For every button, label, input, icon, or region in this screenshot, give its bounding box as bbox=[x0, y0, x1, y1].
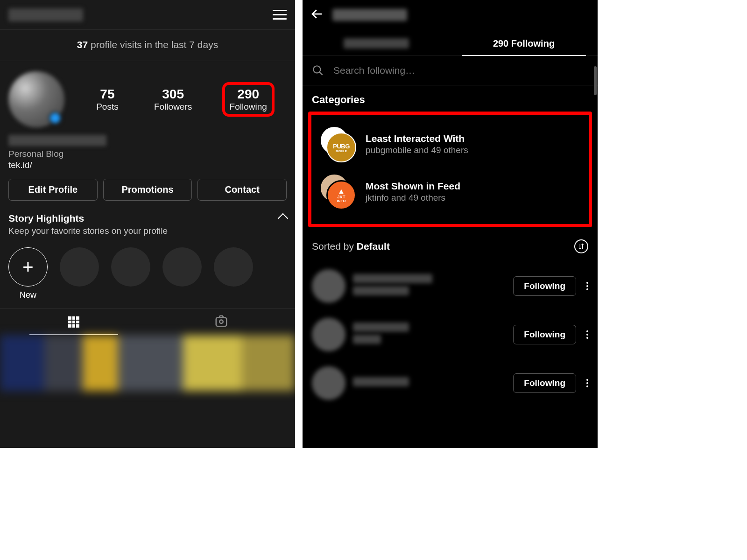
svg-point-2 bbox=[313, 66, 320, 73]
chevron-up-icon bbox=[278, 213, 289, 224]
sort-prefix: Sorted by bbox=[312, 241, 357, 252]
highlight-placeholder bbox=[60, 247, 99, 287]
follower-avatar bbox=[312, 366, 345, 400]
feed-preview bbox=[0, 335, 295, 391]
profile-feed-tabs bbox=[0, 308, 295, 335]
sort-row[interactable]: Sorted by Default bbox=[303, 227, 598, 260]
category-avatar-stack: PUBG MOBILE bbox=[320, 126, 356, 162]
highlight-placeholder bbox=[111, 247, 150, 287]
jktinfo-icon: ▲ JKT INFO bbox=[326, 180, 356, 210]
following-button[interactable]: Following bbox=[513, 276, 576, 296]
stat-posts-label: Posts bbox=[96, 102, 119, 112]
follower-name bbox=[353, 274, 506, 298]
following-button[interactable]: Following bbox=[513, 373, 576, 393]
story-highlights-subtitle: Keep your favorite stories on your profi… bbox=[8, 226, 287, 236]
edit-profile-button[interactable]: Edit Profile bbox=[8, 179, 98, 201]
scrollbar[interactable] bbox=[594, 66, 597, 95]
following-row[interactable]: Following bbox=[310, 310, 590, 359]
profile-header-row: 75 Posts 305 Followers 290 Following bbox=[0, 61, 295, 132]
tab-grid[interactable] bbox=[0, 309, 148, 335]
svg-rect-0 bbox=[216, 318, 227, 327]
profile-visits-banner[interactable]: 37 profile visits in the last 7 days bbox=[0, 30, 295, 61]
following-row[interactable]: Following bbox=[310, 359, 590, 407]
following-screen: 290 Following Categories PUBG MOBILE Lea… bbox=[303, 0, 598, 448]
profile-screen: 37 profile visits in the last 7 days 75 … bbox=[0, 0, 295, 448]
following-list: Following Following Following bbox=[303, 260, 598, 409]
profile-display-name bbox=[8, 135, 106, 146]
profile-bio: Personal Blog tek.id/ bbox=[0, 132, 295, 179]
visits-suffix: profile visits in the last 7 days bbox=[91, 39, 218, 50]
stat-posts[interactable]: 75 Posts bbox=[91, 84, 124, 115]
stat-following-number: 290 bbox=[230, 87, 267, 102]
search-following-row bbox=[303, 56, 598, 85]
search-following-input[interactable] bbox=[333, 65, 588, 76]
categories-heading: Categories bbox=[303, 85, 598, 112]
following-username bbox=[332, 9, 407, 21]
follower-name bbox=[353, 377, 506, 389]
profile-top-bar bbox=[0, 0, 295, 30]
categories-highlight-box: PUBG MOBILE Least Interacted With pubgmo… bbox=[308, 112, 592, 227]
stat-followers-label: Followers bbox=[154, 102, 192, 112]
profile-link[interactable]: tek.id/ bbox=[8, 160, 287, 170]
add-highlight-button[interactable]: + New bbox=[8, 247, 48, 300]
category-least-interacted[interactable]: PUBG MOBILE Least Interacted With pubgmo… bbox=[315, 120, 585, 168]
promotions-button[interactable]: Promotions bbox=[103, 179, 192, 201]
profile-category: Personal Blog bbox=[8, 149, 287, 159]
plus-icon: + bbox=[8, 247, 48, 287]
following-top-bar bbox=[303, 0, 598, 30]
more-options-icon[interactable] bbox=[586, 330, 588, 339]
story-highlights-header[interactable]: Story Highlights Keep your favorite stor… bbox=[0, 210, 295, 241]
follow-tabs: 290 Following bbox=[303, 30, 598, 56]
category-subtitle: jktinfo and 49 others bbox=[366, 193, 460, 203]
stat-followers-number: 305 bbox=[154, 87, 192, 102]
profile-action-buttons: Edit Profile Promotions Contact bbox=[0, 179, 295, 210]
profile-stats: 75 Posts 305 Followers 290 Following bbox=[78, 82, 287, 117]
follower-name bbox=[353, 322, 506, 347]
category-avatar-stack: ▲ JKT INFO bbox=[320, 174, 356, 210]
stat-posts-number: 75 bbox=[96, 87, 119, 102]
sort-icon[interactable] bbox=[574, 239, 588, 253]
category-title: Least Interacted With bbox=[366, 133, 468, 144]
grid-icon bbox=[68, 316, 79, 328]
back-arrow-icon[interactable] bbox=[310, 7, 324, 23]
search-icon bbox=[312, 64, 324, 77]
category-subtitle: pubgmobile and 49 others bbox=[366, 145, 468, 155]
tagged-icon bbox=[214, 314, 228, 330]
stat-following[interactable]: 290 Following bbox=[222, 82, 275, 117]
follower-avatar bbox=[312, 269, 345, 303]
following-button[interactable]: Following bbox=[513, 325, 576, 344]
tab-following[interactable]: 290 Following bbox=[450, 30, 598, 56]
highlight-placeholder bbox=[162, 247, 202, 287]
highlight-placeholder bbox=[214, 247, 253, 287]
stat-following-label: Following bbox=[230, 102, 267, 112]
profile-avatar[interactable] bbox=[8, 71, 64, 127]
contact-button[interactable]: Contact bbox=[197, 179, 287, 201]
category-most-shown[interactable]: ▲ JKT INFO Most Shown in Feed jktinfo an… bbox=[315, 168, 585, 216]
profile-username[interactable] bbox=[8, 8, 83, 21]
following-row[interactable]: Following bbox=[310, 262, 590, 310]
svg-point-1 bbox=[219, 320, 223, 324]
stat-followers[interactable]: 305 Followers bbox=[148, 84, 197, 115]
follower-avatar bbox=[312, 318, 345, 351]
story-highlights-row: + New bbox=[0, 241, 295, 306]
hamburger-menu-icon[interactable] bbox=[273, 10, 287, 20]
pubg-icon: PUBG MOBILE bbox=[326, 133, 356, 162]
category-title: Most Shown in Feed bbox=[366, 181, 460, 192]
visits-count: 37 bbox=[77, 39, 88, 50]
more-options-icon[interactable] bbox=[586, 379, 588, 387]
sort-mode: Default bbox=[357, 241, 390, 252]
more-options-icon[interactable] bbox=[586, 282, 588, 290]
add-highlight-label: New bbox=[8, 290, 48, 300]
tab-tagged[interactable] bbox=[148, 309, 295, 335]
tab-followers[interactable] bbox=[303, 30, 450, 56]
story-highlights-title: Story Highlights bbox=[8, 213, 84, 224]
